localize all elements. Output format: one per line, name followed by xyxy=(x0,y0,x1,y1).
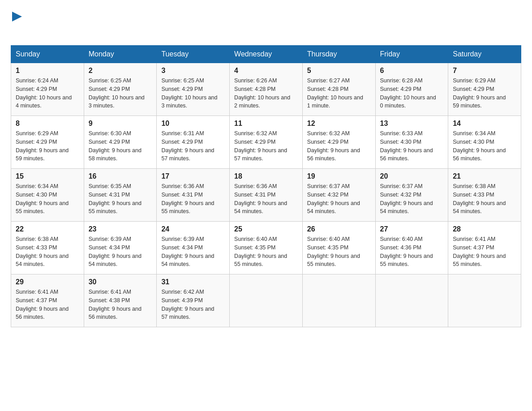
calendar-cell: 28 Sunrise: 6:41 AMSunset: 4:37 PMDaylig… xyxy=(448,222,521,274)
day-number: 3 xyxy=(161,67,225,75)
day-number: 2 xyxy=(89,67,152,75)
day-number: 4 xyxy=(234,67,298,75)
calendar-cell: 26 Sunrise: 6:40 AMSunset: 4:35 PMDaylig… xyxy=(302,222,375,274)
day-info: Sunrise: 6:30 AMSunset: 4:29 PMDaylight:… xyxy=(89,130,142,162)
calendar-cell: 23 Sunrise: 6:39 AMSunset: 4:34 PMDaylig… xyxy=(84,222,157,274)
week-row-2: 8 Sunrise: 6:29 AMSunset: 4:29 PMDayligh… xyxy=(11,116,521,169)
day-number: 7 xyxy=(453,67,516,75)
week-row-3: 15 Sunrise: 6:34 AMSunset: 4:30 PMDaylig… xyxy=(11,169,521,222)
day-number: 31 xyxy=(161,278,225,286)
calendar-cell xyxy=(375,274,448,327)
calendar-cell: 12 Sunrise: 6:32 AMSunset: 4:29 PMDaylig… xyxy=(302,116,375,169)
week-row-5: 29 Sunrise: 6:41 AMSunset: 4:37 PMDaylig… xyxy=(11,274,521,327)
header-thursday: Thursday xyxy=(302,46,375,63)
calendar-cell: 9 Sunrise: 6:30 AMSunset: 4:29 PMDayligh… xyxy=(84,116,157,169)
day-info: Sunrise: 6:32 AMSunset: 4:29 PMDaylight:… xyxy=(307,130,360,162)
calendar-cell: 4 Sunrise: 6:26 AMSunset: 4:28 PMDayligh… xyxy=(230,63,303,116)
calendar-cell: 30 Sunrise: 6:41 AMSunset: 4:38 PMDaylig… xyxy=(84,274,157,327)
day-number: 21 xyxy=(453,172,516,180)
calendar-cell: 10 Sunrise: 6:31 AMSunset: 4:29 PMDaylig… xyxy=(157,116,230,169)
day-number: 6 xyxy=(380,67,444,75)
calendar-cell: 20 Sunrise: 6:37 AMSunset: 4:32 PMDaylig… xyxy=(375,169,448,222)
calendar-body: 1 Sunrise: 6:24 AMSunset: 4:29 PMDayligh… xyxy=(11,63,521,327)
day-number: 11 xyxy=(234,120,298,128)
day-info: Sunrise: 6:27 AMSunset: 4:28 PMDaylight:… xyxy=(307,77,363,109)
day-info: Sunrise: 6:39 AMSunset: 4:34 PMDaylight:… xyxy=(89,236,142,267)
calendar-cell: 17 Sunrise: 6:36 AMSunset: 4:31 PMDaylig… xyxy=(157,169,230,222)
day-number: 19 xyxy=(307,172,371,180)
day-number: 26 xyxy=(307,225,371,233)
calendar-cell: 27 Sunrise: 6:40 AMSunset: 4:36 PMDaylig… xyxy=(375,222,448,274)
calendar-cell: 14 Sunrise: 6:34 AMSunset: 4:30 PMDaylig… xyxy=(448,116,521,169)
header-tuesday: Tuesday xyxy=(157,46,230,63)
day-info: Sunrise: 6:35 AMSunset: 4:31 PMDaylight:… xyxy=(89,183,142,214)
day-info: Sunrise: 6:38 AMSunset: 4:33 PMDaylight:… xyxy=(453,183,506,214)
calendar-cell: 2 Sunrise: 6:25 AMSunset: 4:29 PMDayligh… xyxy=(84,63,157,116)
header-row: SundayMondayTuesdayWednesdayThursdayFrid… xyxy=(11,46,521,63)
calendar-cell: 5 Sunrise: 6:27 AMSunset: 4:28 PMDayligh… xyxy=(302,63,375,116)
day-number: 14 xyxy=(453,120,516,128)
header-saturday: Saturday xyxy=(448,46,521,63)
day-info: Sunrise: 6:36 AMSunset: 4:31 PMDaylight:… xyxy=(234,183,287,214)
header-sunday: Sunday xyxy=(11,46,84,63)
day-info: Sunrise: 6:26 AMSunset: 4:28 PMDaylight:… xyxy=(234,77,290,109)
day-number: 17 xyxy=(161,172,225,180)
week-row-4: 22 Sunrise: 6:38 AMSunset: 4:33 PMDaylig… xyxy=(11,222,521,274)
day-number: 25 xyxy=(234,225,298,233)
day-info: Sunrise: 6:34 AMSunset: 4:30 PMDaylight:… xyxy=(16,183,69,214)
day-number: 9 xyxy=(89,120,152,128)
calendar-cell: 3 Sunrise: 6:25 AMSunset: 4:29 PMDayligh… xyxy=(157,63,230,116)
logo-triangle-icon xyxy=(12,12,22,21)
day-info: Sunrise: 6:28 AMSunset: 4:29 PMDaylight:… xyxy=(380,77,436,109)
day-number: 29 xyxy=(16,278,79,286)
calendar-cell: 13 Sunrise: 6:33 AMSunset: 4:30 PMDaylig… xyxy=(375,116,448,169)
day-info: Sunrise: 6:40 AMSunset: 4:35 PMDaylight:… xyxy=(307,236,360,267)
day-number: 15 xyxy=(16,172,79,180)
page-header xyxy=(11,11,521,37)
calendar-cell: 31 Sunrise: 6:42 AMSunset: 4:39 PMDaylig… xyxy=(157,274,230,327)
calendar-cell: 1 Sunrise: 6:24 AMSunset: 4:29 PMDayligh… xyxy=(11,63,84,116)
svg-marker-0 xyxy=(12,12,22,21)
calendar-cell: 18 Sunrise: 6:36 AMSunset: 4:31 PMDaylig… xyxy=(230,169,303,222)
day-number: 24 xyxy=(161,225,225,233)
day-info: Sunrise: 6:42 AMSunset: 4:39 PMDaylight:… xyxy=(161,289,214,320)
calendar-cell xyxy=(302,274,375,327)
day-number: 22 xyxy=(16,225,79,233)
day-number: 20 xyxy=(380,172,444,180)
day-info: Sunrise: 6:29 AMSunset: 4:29 PMDaylight:… xyxy=(16,130,69,162)
calendar-cell: 8 Sunrise: 6:29 AMSunset: 4:29 PMDayligh… xyxy=(11,116,84,169)
calendar-cell xyxy=(230,274,303,327)
day-number: 16 xyxy=(89,172,152,180)
day-info: Sunrise: 6:39 AMSunset: 4:34 PMDaylight:… xyxy=(161,236,214,267)
calendar-cell: 7 Sunrise: 6:29 AMSunset: 4:29 PMDayligh… xyxy=(448,63,521,116)
day-info: Sunrise: 6:41 AMSunset: 4:38 PMDaylight:… xyxy=(89,289,142,320)
day-number: 1 xyxy=(16,67,79,75)
day-info: Sunrise: 6:25 AMSunset: 4:29 PMDaylight:… xyxy=(89,77,145,109)
calendar-table: SundayMondayTuesdayWednesdayThursdayFrid… xyxy=(11,45,521,327)
calendar-cell: 19 Sunrise: 6:37 AMSunset: 4:32 PMDaylig… xyxy=(302,169,375,222)
day-info: Sunrise: 6:41 AMSunset: 4:37 PMDaylight:… xyxy=(453,236,506,267)
header-monday: Monday xyxy=(84,46,157,63)
day-info: Sunrise: 6:37 AMSunset: 4:32 PMDaylight:… xyxy=(380,183,433,214)
day-info: Sunrise: 6:31 AMSunset: 4:29 PMDaylight:… xyxy=(161,130,214,162)
calendar-cell xyxy=(448,274,521,327)
day-info: Sunrise: 6:24 AMSunset: 4:29 PMDaylight:… xyxy=(16,77,72,109)
day-info: Sunrise: 6:40 AMSunset: 4:36 PMDaylight:… xyxy=(380,236,433,267)
day-number: 8 xyxy=(16,120,79,128)
calendar-cell: 25 Sunrise: 6:40 AMSunset: 4:35 PMDaylig… xyxy=(230,222,303,274)
day-number: 13 xyxy=(380,120,444,128)
day-info: Sunrise: 6:41 AMSunset: 4:37 PMDaylight:… xyxy=(16,289,69,320)
day-info: Sunrise: 6:37 AMSunset: 4:32 PMDaylight:… xyxy=(307,183,360,214)
day-info: Sunrise: 6:33 AMSunset: 4:30 PMDaylight:… xyxy=(380,130,433,162)
day-number: 28 xyxy=(453,225,516,233)
day-info: Sunrise: 6:25 AMSunset: 4:29 PMDaylight:… xyxy=(161,77,217,109)
calendar-cell: 11 Sunrise: 6:32 AMSunset: 4:29 PMDaylig… xyxy=(230,116,303,169)
header-wednesday: Wednesday xyxy=(230,46,303,63)
calendar-cell: 21 Sunrise: 6:38 AMSunset: 4:33 PMDaylig… xyxy=(448,169,521,222)
day-number: 23 xyxy=(89,225,152,233)
calendar-cell: 15 Sunrise: 6:34 AMSunset: 4:30 PMDaylig… xyxy=(11,169,84,222)
day-number: 10 xyxy=(161,120,225,128)
day-number: 5 xyxy=(307,67,371,75)
day-info: Sunrise: 6:38 AMSunset: 4:33 PMDaylight:… xyxy=(16,236,69,267)
header-friday: Friday xyxy=(375,46,448,63)
